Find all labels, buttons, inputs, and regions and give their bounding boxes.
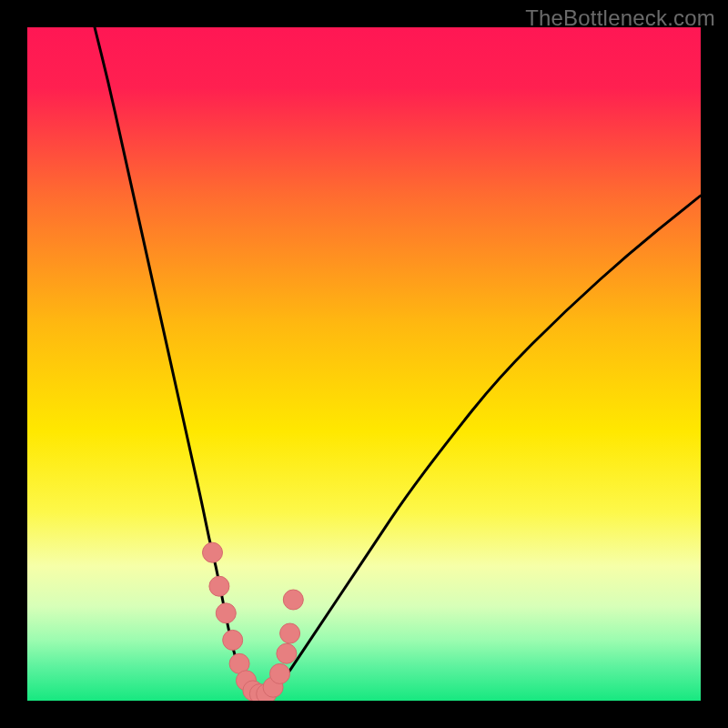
chart-frame: TheBottleneck.com — [0, 0, 728, 728]
highlight-dot — [280, 623, 300, 643]
highlight-markers — [203, 542, 304, 701]
highlight-dot — [283, 590, 303, 610]
curve-layer — [27, 27, 701, 701]
bottleneck-curve — [95, 27, 701, 701]
highlight-dot — [203, 542, 223, 562]
highlight-dot — [216, 603, 236, 623]
highlight-dot — [270, 663, 290, 683]
highlight-dot — [277, 643, 297, 663]
highlight-dot — [223, 630, 243, 650]
watermark-text: TheBottleneck.com — [525, 5, 715, 31]
highlight-dot — [209, 576, 229, 596]
plot-area — [27, 27, 701, 701]
